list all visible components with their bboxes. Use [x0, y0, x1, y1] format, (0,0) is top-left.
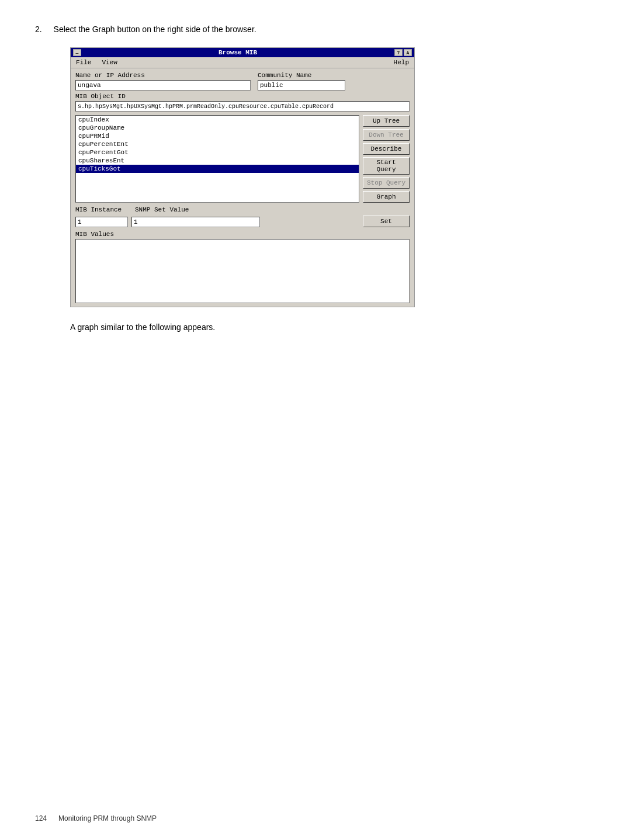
menu-view[interactable]: View — [100, 58, 119, 67]
footer: 124 Monitoring PRM through SNMP — [35, 814, 157, 822]
snmp-set-input[interactable] — [131, 217, 260, 227]
browse-mib-window: — Browse MIB 7 A File View Help Name or … — [70, 47, 415, 307]
instance-label: MIB Instance — [75, 206, 128, 213]
mib-id-label: MIB Object ID — [75, 93, 410, 100]
window-body: Name or IP Address Community Name MIB Ob… — [71, 68, 414, 307]
graph-button[interactable]: Graph — [363, 191, 410, 203]
describe-button[interactable]: Describe — [363, 143, 410, 155]
buttons-column: Up Tree Down Tree Describe Start Query S… — [363, 115, 410, 203]
start-query-button[interactable]: Start Query — [363, 157, 410, 175]
menubar: File View Help — [71, 57, 414, 68]
menu-file[interactable]: File — [74, 58, 93, 67]
mib-list[interactable]: cpuIndex cpuGroupName cpuPRMid cpuPercen… — [75, 115, 359, 203]
window-resize-btn-2[interactable]: A — [404, 49, 412, 56]
list-item[interactable]: cpuPercentGot — [76, 148, 359, 157]
window-title: Browse MIB — [81, 49, 394, 56]
snmp-label: SNMP Set Value — [135, 206, 189, 213]
mib-values-label: MIB Values — [75, 231, 410, 238]
minimize-icon: — — [76, 50, 79, 55]
titlebar-left: — — [73, 49, 81, 56]
set-button-wrapper: Set — [363, 216, 410, 227]
step-instruction: 2. Select the Graph button on the right … — [35, 23, 596, 36]
name-group: Name or IP Address — [75, 72, 251, 91]
list-item[interactable]: cpuPercentEnt — [76, 140, 359, 148]
community-input[interactable] — [258, 80, 345, 91]
list-item-selected[interactable]: cpuTicksGot — [76, 165, 359, 173]
window-resize-btn-1[interactable]: 7 — [394, 49, 403, 56]
menu-help[interactable]: Help — [392, 58, 411, 67]
mib-values-area — [75, 239, 410, 303]
form-row-top: Name or IP Address Community Name — [75, 72, 410, 91]
community-group: Community Name — [258, 72, 345, 91]
menubar-left: File View — [74, 58, 119, 67]
community-label: Community Name — [258, 72, 345, 79]
name-input[interactable] — [75, 80, 251, 91]
instance-section: MIB Instance SNMP Set Value Set — [75, 206, 410, 227]
mib-id-input[interactable] — [75, 101, 410, 112]
footer-page-number: 124 — [35, 814, 47, 822]
instance-fields-row: Set — [75, 216, 410, 227]
list-item[interactable]: cpuGroupName — [76, 124, 359, 132]
instance-labels-row: MIB Instance SNMP Set Value — [75, 206, 410, 214]
name-label: Name or IP Address — [75, 72, 251, 79]
stop-query-button[interactable]: Stop Query — [363, 177, 410, 189]
footer-text: Monitoring PRM through SNMP — [58, 814, 157, 822]
window-titlebar: — Browse MIB 7 A — [71, 48, 414, 57]
window-minimize-box[interactable]: — — [73, 49, 81, 56]
step-number: 2. — [35, 23, 42, 36]
list-item[interactable]: cpuIndex — [76, 116, 359, 124]
instance-input[interactable] — [75, 217, 128, 227]
down-tree-button[interactable]: Down Tree — [363, 129, 410, 141]
resize-icon-2: A — [407, 50, 410, 55]
list-item[interactable]: cpuPRMid — [76, 132, 359, 140]
step-text: Select the Graph button on the right sid… — [54, 25, 256, 34]
set-button[interactable]: Set — [363, 216, 410, 227]
resize-icon-1: 7 — [397, 50, 400, 55]
up-tree-button[interactable]: Up Tree — [363, 115, 410, 127]
below-window-text: A graph similar to the following appears… — [70, 321, 596, 334]
list-item[interactable]: cpuSharesEnt — [76, 157, 359, 165]
titlebar-right: 7 A — [394, 49, 412, 56]
main-area: cpuIndex cpuGroupName cpuPRMid cpuPercen… — [75, 115, 410, 203]
